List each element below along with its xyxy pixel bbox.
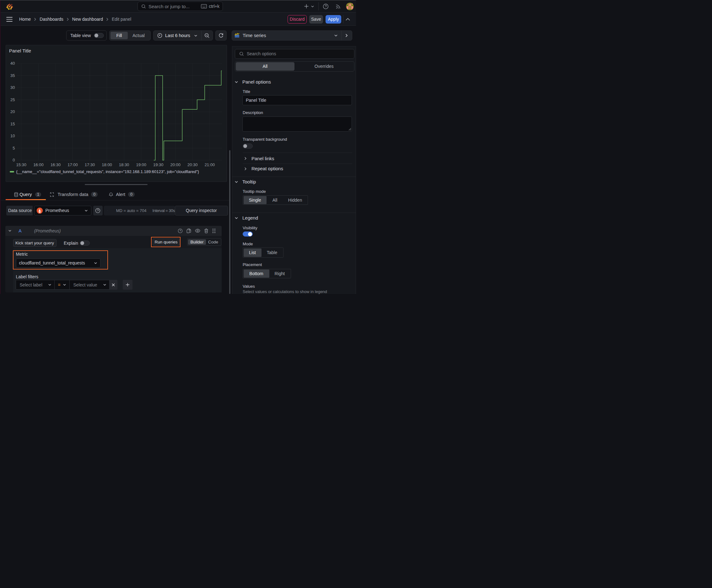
svg-text:40: 40 xyxy=(10,61,15,66)
svg-text:17:00: 17:00 xyxy=(67,162,78,167)
svg-text:5: 5 xyxy=(13,146,15,150)
svg-text:20:00: 20:00 xyxy=(170,162,181,167)
svg-text:16:00: 16:00 xyxy=(33,162,44,167)
svg-text:25: 25 xyxy=(10,97,15,102)
svg-text:20:30: 20:30 xyxy=(188,162,198,167)
svg-text:18:30: 18:30 xyxy=(119,162,129,167)
svg-text:{__name__="cloudflared_tunnel_: {__name__="cloudflared_tunnel_total_requ… xyxy=(16,169,199,174)
svg-text:15: 15 xyxy=(10,122,15,126)
svg-text:16:30: 16:30 xyxy=(50,162,61,167)
svg-text:19:00: 19:00 xyxy=(136,162,146,167)
svg-text:15:30: 15:30 xyxy=(16,162,27,167)
svg-text:30: 30 xyxy=(10,85,15,90)
svg-text:35: 35 xyxy=(10,73,15,78)
svg-text:0: 0 xyxy=(13,158,15,162)
svg-text:18:00: 18:00 xyxy=(102,162,112,167)
svg-text:20: 20 xyxy=(10,109,15,114)
svg-text:21:00: 21:00 xyxy=(205,162,215,167)
svg-text:19:30: 19:30 xyxy=(153,162,164,167)
svg-text:10: 10 xyxy=(10,133,15,138)
svg-text:17:30: 17:30 xyxy=(85,162,95,167)
